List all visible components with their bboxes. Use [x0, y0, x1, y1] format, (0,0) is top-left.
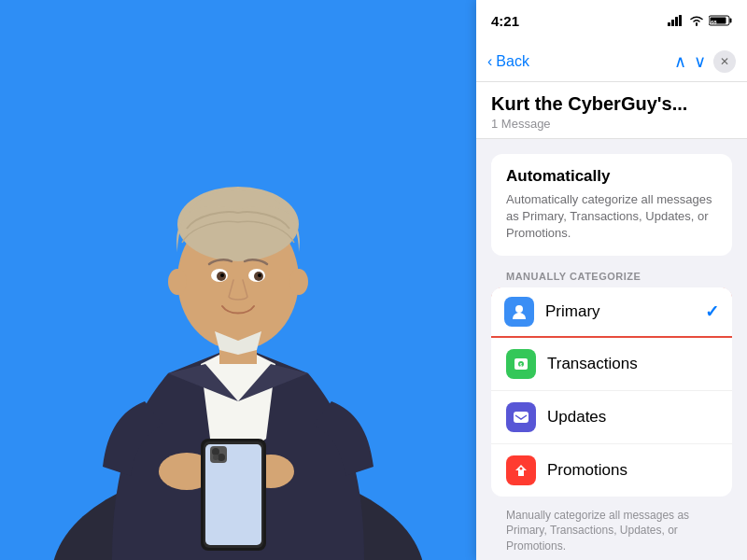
svg-point-21 [289, 269, 308, 295]
svg-point-20 [168, 269, 187, 295]
panel-header: Kurt the CyberGuy's... 1 Message [476, 82, 747, 139]
transactions-label: Transactions [547, 355, 717, 373]
automatically-description: Automatically categorize all messages as… [506, 191, 717, 243]
panel-subtitle: 1 Message [491, 117, 732, 131]
svg-point-10 [213, 455, 218, 460]
svg-text:$: $ [520, 362, 523, 368]
updates-icon [506, 402, 536, 432]
panel-title: Kurt the CyberGuy's... [491, 93, 732, 115]
svg-point-30 [515, 305, 523, 313]
category-updates[interactable]: Updates [491, 391, 732, 444]
back-label: Back [496, 53, 529, 70]
svg-rect-25 [679, 15, 682, 26]
nav-actions: ∧ ∨ ✕ [674, 50, 736, 73]
chevron-left-icon: ‹ [487, 53, 492, 70]
promotions-label: Promotions [547, 461, 717, 480]
svg-rect-22 [668, 22, 670, 26]
content-area: Automatically Automatically categorize a… [476, 139, 747, 560]
svg-point-8 [212, 448, 219, 455]
primary-checkmark: ✓ [705, 301, 719, 322]
status-time: 4:21 [491, 13, 519, 29]
ios-panel: 4:21 68 [476, 0, 747, 560]
updates-label: Updates [547, 408, 717, 427]
svg-point-19 [258, 273, 261, 277]
manually-categorize-label: MANUALLY CATEGORIZE [476, 263, 747, 287]
signal-icon [668, 15, 684, 26]
close-icon: ✕ [720, 55, 729, 68]
svg-rect-34 [514, 412, 529, 423]
chevron-up-icon[interactable]: ∧ [674, 51, 686, 72]
svg-rect-23 [671, 20, 674, 26]
category-list: Primary ✓ $ Transactions [491, 287, 732, 497]
promotions-icon [506, 455, 536, 485]
photo-background [0, 0, 476, 560]
bottom-description: Manually categorize all messages as Prim… [476, 497, 747, 560]
category-transactions[interactable]: $ Transactions [491, 338, 732, 391]
battery-icon: 68 [709, 15, 732, 26]
svg-point-35 [520, 467, 523, 469]
primary-icon [504, 297, 534, 327]
svg-rect-24 [675, 17, 678, 26]
nav-bar: ‹ Back ∧ ∨ ✕ [476, 41, 747, 82]
svg-rect-27 [730, 19, 732, 23]
chevron-down-icon[interactable]: ∨ [694, 51, 706, 72]
close-button[interactable]: ✕ [713, 50, 736, 73]
svg-rect-7 [210, 446, 227, 463]
status-bar: 4:21 68 [476, 0, 747, 41]
back-button[interactable]: ‹ Back [487, 53, 529, 70]
automatically-card[interactable]: Automatically Automatically categorize a… [491, 154, 732, 256]
wifi-icon [689, 15, 704, 26]
transactions-icon: $ [506, 349, 536, 379]
svg-point-18 [220, 273, 224, 277]
person-photo [0, 0, 476, 560]
primary-label: Primary [545, 302, 705, 321]
category-promotions[interactable]: Promotions [491, 444, 732, 497]
svg-text:68: 68 [711, 20, 717, 25]
svg-point-9 [218, 454, 225, 461]
status-icons: 68 [668, 15, 732, 26]
category-primary[interactable]: Primary ✓ [491, 287, 732, 338]
automatically-title: Automatically [506, 167, 717, 186]
